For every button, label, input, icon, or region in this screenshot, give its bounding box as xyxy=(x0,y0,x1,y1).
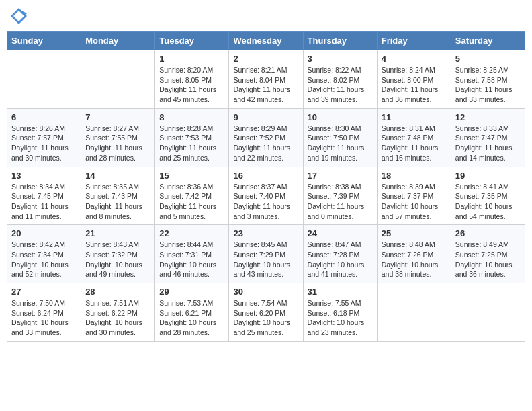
day-info: Sunrise: 8:36 AM Sunset: 7:42 PM Dayligh… xyxy=(159,182,224,222)
day-number: 8 xyxy=(159,112,224,122)
day-info: Sunrise: 8:27 AM Sunset: 7:55 PM Dayligh… xyxy=(85,124,150,163)
calendar-cell: 4Sunrise: 8:24 AM Sunset: 8:00 PM Daylig… xyxy=(377,50,451,109)
day-number: 1 xyxy=(159,54,224,64)
day-number: 31 xyxy=(308,287,373,297)
calendar-cell: 17Sunrise: 8:38 AM Sunset: 7:39 PM Dayli… xyxy=(303,167,377,225)
calendar-cell: 28Sunrise: 7:51 AM Sunset: 6:22 PM Dayli… xyxy=(81,283,155,342)
day-info: Sunrise: 8:39 AM Sunset: 7:37 PM Dayligh… xyxy=(382,182,447,222)
calendar-cell: 27Sunrise: 7:50 AM Sunset: 6:24 PM Dayli… xyxy=(7,283,81,342)
day-number: 29 xyxy=(159,287,224,297)
day-info: Sunrise: 8:22 AM Sunset: 8:02 PM Dayligh… xyxy=(308,65,373,105)
day-info: Sunrise: 7:54 AM Sunset: 6:20 PM Dayligh… xyxy=(233,298,298,338)
calendar-week-5: 27Sunrise: 7:50 AM Sunset: 6:24 PM Dayli… xyxy=(7,283,525,342)
calendar-cell: 24Sunrise: 8:47 AM Sunset: 7:28 PM Dayli… xyxy=(303,225,377,283)
calendar-cell: 8Sunrise: 8:28 AM Sunset: 7:53 PM Daylig… xyxy=(155,108,229,167)
day-number: 11 xyxy=(382,112,447,122)
day-number: 16 xyxy=(233,171,298,181)
day-number: 10 xyxy=(308,112,373,122)
column-header-thursday: Thursday xyxy=(303,32,377,50)
page-header xyxy=(7,7,525,26)
day-number: 28 xyxy=(85,287,150,297)
calendar-week-4: 20Sunrise: 8:42 AM Sunset: 7:34 PM Dayli… xyxy=(7,225,525,283)
logo xyxy=(9,7,31,26)
day-info: Sunrise: 8:35 AM Sunset: 7:43 PM Dayligh… xyxy=(85,182,150,222)
day-number: 12 xyxy=(455,112,521,122)
day-info: Sunrise: 8:43 AM Sunset: 7:32 PM Dayligh… xyxy=(85,240,150,279)
day-number: 22 xyxy=(159,228,224,238)
calendar-cell xyxy=(377,283,451,342)
day-info: Sunrise: 8:47 AM Sunset: 7:28 PM Dayligh… xyxy=(308,240,373,279)
day-info: Sunrise: 8:33 AM Sunset: 7:47 PM Dayligh… xyxy=(455,124,521,163)
calendar-cell: 20Sunrise: 8:42 AM Sunset: 7:34 PM Dayli… xyxy=(7,225,81,283)
calendar-body: 1Sunrise: 8:20 AM Sunset: 8:05 PM Daylig… xyxy=(7,50,525,342)
day-info: Sunrise: 8:25 AM Sunset: 7:58 PM Dayligh… xyxy=(455,65,521,105)
day-number: 20 xyxy=(11,228,77,238)
day-info: Sunrise: 8:45 AM Sunset: 7:29 PM Dayligh… xyxy=(233,240,298,279)
day-number: 17 xyxy=(308,171,373,181)
day-number: 18 xyxy=(382,171,447,181)
calendar-cell: 7Sunrise: 8:27 AM Sunset: 7:55 PM Daylig… xyxy=(81,108,155,167)
day-info: Sunrise: 8:34 AM Sunset: 7:45 PM Dayligh… xyxy=(11,182,77,222)
column-header-saturday: Saturday xyxy=(451,32,525,50)
column-header-tuesday: Tuesday xyxy=(155,32,229,50)
calendar-week-2: 6Sunrise: 8:26 AM Sunset: 7:57 PM Daylig… xyxy=(7,108,525,167)
calendar-cell: 26Sunrise: 8:49 AM Sunset: 7:25 PM Dayli… xyxy=(451,225,525,283)
day-info: Sunrise: 8:42 AM Sunset: 7:34 PM Dayligh… xyxy=(11,240,77,279)
calendar-cell: 5Sunrise: 8:25 AM Sunset: 7:58 PM Daylig… xyxy=(451,50,525,109)
calendar-table: SundayMondayTuesdayWednesdayThursdayFrid… xyxy=(7,31,525,342)
day-info: Sunrise: 8:44 AM Sunset: 7:31 PM Dayligh… xyxy=(159,240,224,279)
day-number: 2 xyxy=(233,54,298,64)
calendar-cell: 25Sunrise: 8:48 AM Sunset: 7:26 PM Dayli… xyxy=(377,225,451,283)
day-info: Sunrise: 8:26 AM Sunset: 7:57 PM Dayligh… xyxy=(11,124,77,163)
day-info: Sunrise: 7:51 AM Sunset: 6:22 PM Dayligh… xyxy=(85,298,150,338)
calendar-cell: 11Sunrise: 8:31 AM Sunset: 7:48 PM Dayli… xyxy=(377,108,451,167)
calendar-cell: 2Sunrise: 8:21 AM Sunset: 8:04 PM Daylig… xyxy=(229,50,303,109)
calendar-cell xyxy=(81,50,155,109)
logo-icon xyxy=(9,7,28,26)
day-number: 6 xyxy=(11,112,77,122)
calendar-cell: 10Sunrise: 8:30 AM Sunset: 7:50 PM Dayli… xyxy=(303,108,377,167)
day-number: 3 xyxy=(308,54,373,64)
column-header-sunday: Sunday xyxy=(7,32,81,50)
day-info: Sunrise: 8:41 AM Sunset: 7:35 PM Dayligh… xyxy=(455,182,521,222)
calendar-cell: 18Sunrise: 8:39 AM Sunset: 7:37 PM Dayli… xyxy=(377,167,451,225)
day-info: Sunrise: 7:55 AM Sunset: 6:18 PM Dayligh… xyxy=(308,298,373,338)
calendar-cell: 14Sunrise: 8:35 AM Sunset: 7:43 PM Dayli… xyxy=(81,167,155,225)
day-info: Sunrise: 8:48 AM Sunset: 7:26 PM Dayligh… xyxy=(382,240,447,279)
calendar-cell: 9Sunrise: 8:29 AM Sunset: 7:52 PM Daylig… xyxy=(229,108,303,167)
day-info: Sunrise: 8:31 AM Sunset: 7:48 PM Dayligh… xyxy=(382,124,447,163)
calendar-week-1: 1Sunrise: 8:20 AM Sunset: 8:05 PM Daylig… xyxy=(7,50,525,109)
day-info: Sunrise: 8:21 AM Sunset: 8:04 PM Dayligh… xyxy=(233,65,298,105)
calendar-cell: 29Sunrise: 7:53 AM Sunset: 6:21 PM Dayli… xyxy=(155,283,229,342)
day-number: 23 xyxy=(233,228,298,238)
day-info: Sunrise: 8:29 AM Sunset: 7:52 PM Dayligh… xyxy=(233,124,298,163)
calendar-cell xyxy=(7,50,81,109)
calendar-cell: 1Sunrise: 8:20 AM Sunset: 8:05 PM Daylig… xyxy=(155,50,229,109)
column-header-monday: Monday xyxy=(81,32,155,50)
day-info: Sunrise: 7:53 AM Sunset: 6:21 PM Dayligh… xyxy=(159,298,224,338)
calendar-cell: 6Sunrise: 8:26 AM Sunset: 7:57 PM Daylig… xyxy=(7,108,81,167)
day-number: 7 xyxy=(85,112,150,122)
calendar-cell: 13Sunrise: 8:34 AM Sunset: 7:45 PM Dayli… xyxy=(7,167,81,225)
calendar-cell: 19Sunrise: 8:41 AM Sunset: 7:35 PM Dayli… xyxy=(451,167,525,225)
day-number: 21 xyxy=(85,228,150,238)
day-info: Sunrise: 8:28 AM Sunset: 7:53 PM Dayligh… xyxy=(159,124,224,163)
day-number: 24 xyxy=(308,228,373,238)
calendar-cell: 15Sunrise: 8:36 AM Sunset: 7:42 PM Dayli… xyxy=(155,167,229,225)
calendar-cell: 31Sunrise: 7:55 AM Sunset: 6:18 PM Dayli… xyxy=(303,283,377,342)
calendar-cell: 23Sunrise: 8:45 AM Sunset: 7:29 PM Dayli… xyxy=(229,225,303,283)
day-info: Sunrise: 8:38 AM Sunset: 7:39 PM Dayligh… xyxy=(308,182,373,222)
calendar-cell: 21Sunrise: 8:43 AM Sunset: 7:32 PM Dayli… xyxy=(81,225,155,283)
day-number: 15 xyxy=(159,171,224,181)
calendar-cell: 22Sunrise: 8:44 AM Sunset: 7:31 PM Dayli… xyxy=(155,225,229,283)
day-info: Sunrise: 7:50 AM Sunset: 6:24 PM Dayligh… xyxy=(11,298,77,338)
day-number: 25 xyxy=(382,228,447,238)
column-header-friday: Friday xyxy=(377,32,451,50)
day-number: 13 xyxy=(11,171,77,181)
calendar-cell: 12Sunrise: 8:33 AM Sunset: 7:47 PM Dayli… xyxy=(451,108,525,167)
day-number: 19 xyxy=(455,171,521,181)
calendar-cell xyxy=(451,283,525,342)
day-info: Sunrise: 8:30 AM Sunset: 7:50 PM Dayligh… xyxy=(308,124,373,163)
calendar-cell: 3Sunrise: 8:22 AM Sunset: 8:02 PM Daylig… xyxy=(303,50,377,109)
day-info: Sunrise: 8:20 AM Sunset: 8:05 PM Dayligh… xyxy=(159,65,224,105)
